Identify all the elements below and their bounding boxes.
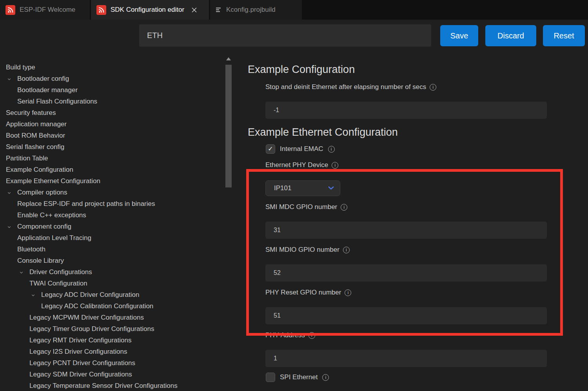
sidebar-item-bluetooth[interactable]: Bluetooth: [0, 244, 225, 255]
sidebar-item-label: Legacy PCNT Driver Configurations: [29, 357, 135, 369]
sidebar-item-legacy-mcpwm-driver-configurations[interactable]: Legacy MCPWM Driver Configurations: [0, 312, 225, 323]
reset-button[interactable]: Reset: [543, 25, 585, 46]
sidebar-item-label: Component config: [17, 221, 71, 232]
field-label-ethernet-phy-device: Ethernet PHY Devicei: [265, 161, 557, 169]
sidebar-item-label: Bluetooth: [17, 244, 45, 255]
sidebar-item-label: Example Configuration: [6, 164, 73, 175]
sidebar-item-label: Enable C++ exceptions: [17, 209, 86, 221]
field-label-phy-address: PHY Addressi: [265, 331, 557, 340]
sidebar-item-label: Legacy Timer Group Driver Configurations: [29, 323, 154, 335]
sidebar-item-label: Bootloader config: [17, 73, 69, 84]
sidebar-item-label: Security features: [6, 107, 56, 118]
sidebar-item-label: Build type: [6, 62, 35, 73]
sidebar-item-console-library[interactable]: Console Library: [0, 255, 225, 266]
sidebar-item-legacy-temperature-sensor-driver-configurations[interactable]: Legacy Temperature Sensor Driver Configu…: [0, 380, 225, 391]
sidebar-item-legacy-rmt-driver-configurations[interactable]: Legacy RMT Driver Configurations: [0, 335, 225, 346]
field-label-text: Stop and deinit Ethernet after elapsing …: [265, 83, 426, 91]
info-icon[interactable]: i: [322, 374, 329, 381]
internal-emac-checkbox-row: ✓Internal EMACi: [266, 144, 557, 154]
sidebar-item-label: Legacy MCPWM Driver Configurations: [29, 312, 144, 323]
info-icon[interactable]: i: [341, 204, 347, 211]
chevron-down-icon[interactable]: [7, 222, 12, 233]
sidebar-item-label: Application Level Tracing: [17, 232, 91, 244]
checkbox-label: SPI Ethernet: [280, 373, 318, 381]
discard-button[interactable]: Discard: [485, 25, 536, 46]
sidebar-item-label: Legacy Temperature Sensor Driver Configu…: [29, 380, 178, 391]
tab-label: SDK Configuration editor: [111, 6, 184, 14]
sidebar-item-label: Legacy ADC Calibration Configuration: [41, 300, 153, 312]
sidebar-item-label: Partition Table: [6, 153, 48, 164]
chevron-down-icon[interactable]: [31, 290, 36, 301]
smi-mdc-gpio-number-input[interactable]: [265, 222, 547, 239]
sidebar-item-application-manager[interactable]: Application manager: [0, 118, 225, 130]
tab-bar: ESP-IDF Welcome SDK Configuration editor…: [0, 0, 588, 20]
chevron-down-icon[interactable]: [19, 267, 24, 278]
sidebar-item-twai-configuration[interactable]: TWAI Configuration: [0, 278, 225, 289]
sidebar-item-legacy-i2s-driver-configurations[interactable]: Legacy I2S Driver Configurations: [0, 346, 225, 357]
tab-kconfig-projbuild[interactable]: Kconfig.projbuild: [210, 0, 302, 20]
esp-idf-logo-icon: [96, 5, 106, 15]
sidebar-item-label: Legacy ADC Driver Configuration: [41, 289, 139, 300]
sidebar-item-legacy-timer-group-driver-configurations[interactable]: Legacy Timer Group Driver Configurations: [0, 323, 225, 335]
sidebar-item-example-ethernet-configuration[interactable]: Example Ethernet Configuration: [0, 175, 225, 187]
info-icon[interactable]: i: [430, 84, 436, 91]
sidebar-item-example-configuration[interactable]: Example Configuration: [0, 164, 225, 175]
save-button[interactable]: Save: [440, 25, 478, 46]
sidebar-item-legacy-pcnt-driver-configurations[interactable]: Legacy PCNT Driver Configurations: [0, 357, 225, 369]
selected-option: IP101: [274, 184, 291, 192]
info-icon[interactable]: i: [343, 247, 350, 253]
sidebar-item-label: Console Library: [17, 255, 64, 266]
sidebar-item-label: Example Ethernet Configuration: [6, 175, 100, 187]
sidebar-item-legacy-adc-driver-configuration[interactable]: Legacy ADC Driver Configuration: [0, 289, 225, 300]
tab-sdk-configuration-editor[interactable]: SDK Configuration editor: [91, 0, 209, 20]
sidebar-item-application-level-tracing[interactable]: Application Level Tracing: [0, 232, 225, 244]
spi-ethernet-checkbox[interactable]: [266, 373, 275, 382]
sidebar-item-legacy-adc-calibration-configuration[interactable]: Legacy ADC Calibration Configuration: [0, 300, 225, 312]
info-icon[interactable]: i: [345, 289, 351, 296]
info-icon[interactable]: i: [309, 332, 315, 339]
sidebar-item-driver-configurations[interactable]: Driver Configurations: [0, 266, 225, 278]
tab-label: Kconfig.projbuild: [226, 6, 276, 14]
phy-reset-gpio-number-input[interactable]: [265, 307, 547, 324]
sidebar-item-label: Application manager: [6, 118, 67, 130]
sidebar-item-compiler-options[interactable]: Compiler options: [0, 187, 225, 198]
smi-mdio-gpio-number-input[interactable]: [265, 264, 547, 282]
section-heading-example-ethernet-configuration: Example Ethernet Configuration: [248, 125, 557, 139]
stop-deinit-secs-input[interactable]: [265, 102, 547, 119]
sidebar-item-enable-c-exceptions[interactable]: Enable C++ exceptions: [0, 209, 225, 221]
phy-address-input[interactable]: [265, 350, 547, 367]
sidebar-item-bootloader-config[interactable]: Bootloader config: [0, 73, 225, 84]
sidebar-item-component-config[interactable]: Component config: [0, 221, 225, 232]
field-label-text: SMI MDC GPIO number: [265, 203, 337, 211]
sidebar-item-serial-flash-configurations[interactable]: Serial Flash Configurations: [0, 96, 225, 107]
close-icon[interactable]: [192, 7, 197, 13]
sidebar-item-label: Compiler options: [17, 187, 67, 198]
sdk-configuration-editor-window: ESP-IDF Welcome SDK Configuration editor…: [0, 0, 588, 391]
internal-emac-checkbox[interactable]: ✓: [266, 144, 275, 154]
settings-panel: Example ConfigurationStop and deinit Eth…: [248, 63, 557, 391]
ethernet-phy-device-select[interactable]: IP101: [265, 180, 340, 196]
sidebar-item-label: Boot ROM Behavior: [6, 130, 65, 141]
sidebar-scrollbar[interactable]: [225, 65, 232, 187]
chevron-down-icon[interactable]: [7, 74, 12, 85]
info-icon[interactable]: i: [332, 162, 338, 169]
sidebar-item-build-type[interactable]: Build type: [0, 62, 225, 73]
checkbox-label: Internal EMAC: [280, 145, 323, 153]
sidebar-item-label: TWAI Configuration: [29, 278, 87, 289]
search-input[interactable]: [139, 24, 431, 47]
sidebar-item-boot-rom-behavior[interactable]: Boot ROM Behavior: [0, 130, 225, 141]
info-icon[interactable]: i: [328, 146, 335, 153]
tab-esp-idf-welcome[interactable]: ESP-IDF Welcome: [0, 0, 90, 20]
sidebar-item-legacy-sdm-driver-configurations[interactable]: Legacy SDM Driver Configurations: [0, 369, 225, 380]
chevron-down-icon[interactable]: [7, 187, 12, 199]
kconfig-file-icon: [216, 7, 222, 13]
sidebar-item-security-features[interactable]: Security features: [0, 107, 225, 118]
field-label-text: PHY Reset GPIO number: [265, 288, 341, 297]
sidebar-item-serial-flasher-config[interactable]: Serial flasher config: [0, 141, 225, 153]
field-label-text: PHY Address: [265, 331, 305, 340]
sidebar-item-replace-esp-idf-and-project-paths-in-binaries[interactable]: Replace ESP-IDF and project paths in bin…: [0, 198, 225, 209]
sidebar-item-label: Legacy I2S Driver Configurations: [29, 346, 127, 357]
scrollbar-up-arrow[interactable]: [226, 57, 231, 60]
sidebar-item-bootloader-manager[interactable]: Bootloader manager: [0, 84, 225, 96]
sidebar-item-partition-table[interactable]: Partition Table: [0, 153, 225, 164]
